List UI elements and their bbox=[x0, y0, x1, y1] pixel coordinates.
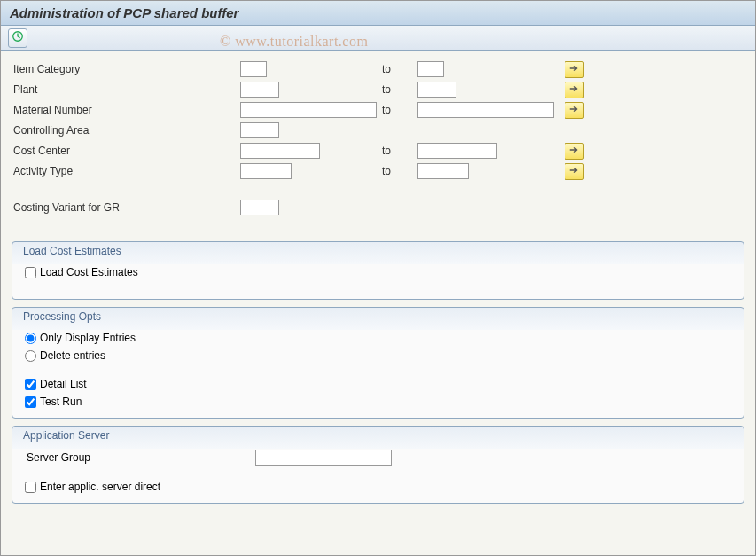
toolbar bbox=[1, 26, 755, 51]
test-run-label: Test Run bbox=[40, 395, 82, 408]
controlling-area-input[interactable] bbox=[240, 122, 279, 138]
row-radio-display: Only Display Entries bbox=[23, 329, 733, 347]
plant-more-button[interactable] bbox=[565, 82, 584, 98]
execute-button[interactable] bbox=[8, 28, 27, 48]
group-load-cost-estimates: Load Cost Estimates Load Cost Estimates bbox=[12, 241, 744, 300]
row-material-number: Material Number to bbox=[12, 100, 744, 120]
group-title-load-estimates: Load Cost Estimates bbox=[19, 241, 125, 259]
load-estimates-checkbox[interactable] bbox=[25, 267, 36, 278]
item-category-from-input[interactable] bbox=[240, 61, 267, 77]
row-server-group: Server Group bbox=[23, 448, 733, 467]
only-display-radio[interactable] bbox=[25, 333, 36, 344]
activity-type-to-input[interactable] bbox=[417, 163, 469, 179]
material-to-input[interactable] bbox=[417, 102, 554, 118]
arrow-right-icon bbox=[568, 104, 581, 116]
row-activity-type: Activity Type to bbox=[12, 161, 744, 181]
to-label: to bbox=[382, 145, 417, 157]
detail-list-checkbox[interactable] bbox=[25, 379, 36, 390]
activity-type-more-button[interactable] bbox=[565, 163, 584, 180]
enter-direct-checkbox[interactable] bbox=[25, 482, 36, 493]
item-category-more-button[interactable] bbox=[565, 61, 584, 78]
group-processing-opts: Processing Opts Only Display Entries Del… bbox=[12, 307, 744, 419]
arrow-right-icon bbox=[568, 165, 581, 177]
group-title-app-server: Application Server bbox=[19, 426, 113, 443]
group-title-processing: Processing Opts bbox=[19, 307, 105, 325]
window-title: Administration of PCP shared buffer bbox=[1, 1, 755, 26]
label-cost-center: Cost Center bbox=[12, 145, 240, 157]
row-cost-center: Cost Center to bbox=[12, 141, 744, 161]
main-content: Item Category to Plant to Material Numbe… bbox=[1, 51, 755, 513]
enter-direct-label: Enter applic. server direct bbox=[40, 481, 160, 493]
plant-to-input[interactable] bbox=[417, 82, 456, 98]
group-application-server: Application Server Server Group Enter ap… bbox=[12, 426, 744, 504]
server-group-input[interactable] bbox=[255, 450, 392, 466]
row-costing-variant: Costing Variant for GR bbox=[12, 198, 744, 217]
load-estimates-check-label: Load Cost Estimates bbox=[40, 266, 138, 278]
row-load-estimates-check: Load Cost Estimates bbox=[23, 263, 733, 281]
label-controlling-area: Controlling Area bbox=[12, 124, 240, 137]
arrow-right-icon bbox=[568, 83, 581, 96]
cost-center-more-button[interactable] bbox=[565, 143, 584, 160]
row-plant: Plant to bbox=[12, 80, 744, 99]
label-costing-variant: Costing Variant for GR bbox=[12, 201, 240, 214]
test-run-checkbox[interactable] bbox=[25, 396, 36, 408]
row-radio-delete: Delete entries bbox=[23, 347, 733, 364]
delete-entries-radio[interactable] bbox=[25, 350, 36, 362]
label-material-number: Material Number bbox=[12, 104, 240, 116]
arrow-right-icon bbox=[568, 145, 581, 157]
row-item-category: Item Category to bbox=[12, 59, 744, 79]
costing-variant-input[interactable] bbox=[240, 200, 279, 215]
arrow-right-icon bbox=[568, 63, 581, 75]
to-label: to bbox=[382, 63, 417, 75]
row-test-run: Test Run bbox=[23, 393, 733, 411]
item-category-to-input[interactable] bbox=[417, 61, 444, 77]
row-detail-list: Detail List bbox=[23, 375, 733, 393]
to-label: to bbox=[382, 83, 417, 96]
cost-center-from-input[interactable] bbox=[240, 143, 320, 159]
plant-from-input[interactable] bbox=[240, 82, 279, 98]
row-controlling-area: Controlling Area bbox=[12, 121, 744, 140]
delete-entries-label: Delete entries bbox=[40, 349, 105, 362]
detail-list-label: Detail List bbox=[40, 378, 87, 390]
activity-type-from-input[interactable] bbox=[240, 163, 292, 179]
material-more-button[interactable] bbox=[565, 102, 584, 119]
label-item-category: Item Category bbox=[12, 63, 240, 75]
row-enter-direct: Enter applic. server direct bbox=[23, 478, 733, 496]
label-activity-type: Activity Type bbox=[12, 165, 240, 177]
to-label: to bbox=[382, 165, 417, 177]
only-display-label: Only Display Entries bbox=[40, 332, 136, 344]
material-from-input[interactable] bbox=[240, 102, 377, 118]
to-label: to bbox=[382, 104, 417, 116]
label-server-group: Server Group bbox=[27, 451, 255, 464]
cost-center-to-input[interactable] bbox=[417, 143, 497, 159]
label-plant: Plant bbox=[12, 83, 240, 96]
execute-icon bbox=[12, 30, 24, 45]
